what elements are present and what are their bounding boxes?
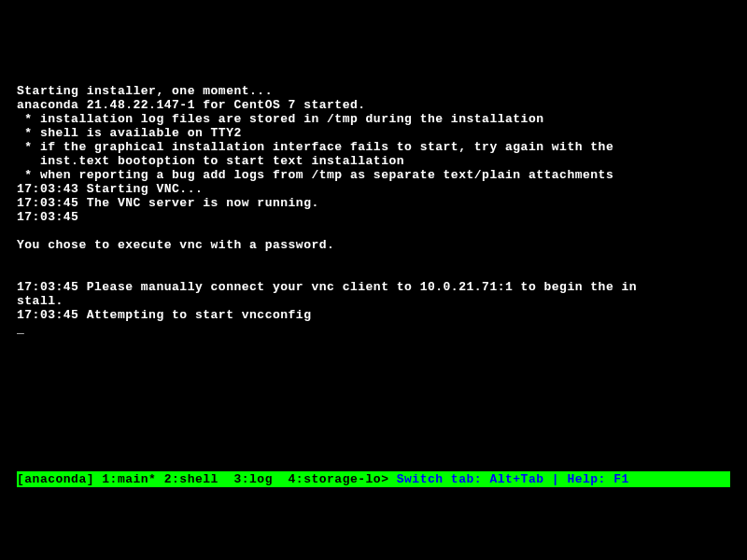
status-bar: [anaconda] 1:main* 2:shell 3:log 4:stora… bbox=[17, 471, 730, 487]
output-line: * shell is available on TTY2 bbox=[17, 126, 738, 140]
status-tabs: [anaconda] 1:main* 2:shell 3:log 4:stora… bbox=[17, 471, 397, 487]
terminal-output: Starting installer, one moment... anacon… bbox=[0, 0, 747, 336]
output-line: Starting installer, one moment... bbox=[17, 84, 738, 98]
output-line: 17:03:45 Please manually connect your vn… bbox=[17, 280, 738, 294]
output-line: 17:03:45 bbox=[17, 210, 738, 224]
output-line: anaconda 21.48.22.147-1 for CentOS 7 sta… bbox=[17, 98, 738, 112]
output-line: * when reporting a bug add logs from /tm… bbox=[17, 168, 738, 182]
output-line: * installation log files are stored in /… bbox=[17, 112, 738, 126]
output-line bbox=[17, 252, 738, 266]
output-line: 17:03:45 Attempting to start vncconfig bbox=[17, 308, 738, 322]
output-line bbox=[17, 266, 738, 280]
output-line: stall. bbox=[17, 294, 738, 308]
output-line: * if the graphical installation interfac… bbox=[17, 140, 738, 154]
output-line bbox=[17, 224, 738, 238]
status-help-hint: Switch tab: Alt+Tab | Help: F1 bbox=[397, 471, 637, 487]
output-line: 17:03:43 Starting VNC... bbox=[17, 182, 738, 196]
output-line: inst.text bootoption to start text insta… bbox=[17, 154, 738, 168]
output-line: You chose to execute vnc with a password… bbox=[17, 238, 738, 252]
terminal-cursor[interactable]: _ bbox=[17, 322, 738, 336]
output-line: 17:03:45 The VNC server is now running. bbox=[17, 196, 738, 210]
